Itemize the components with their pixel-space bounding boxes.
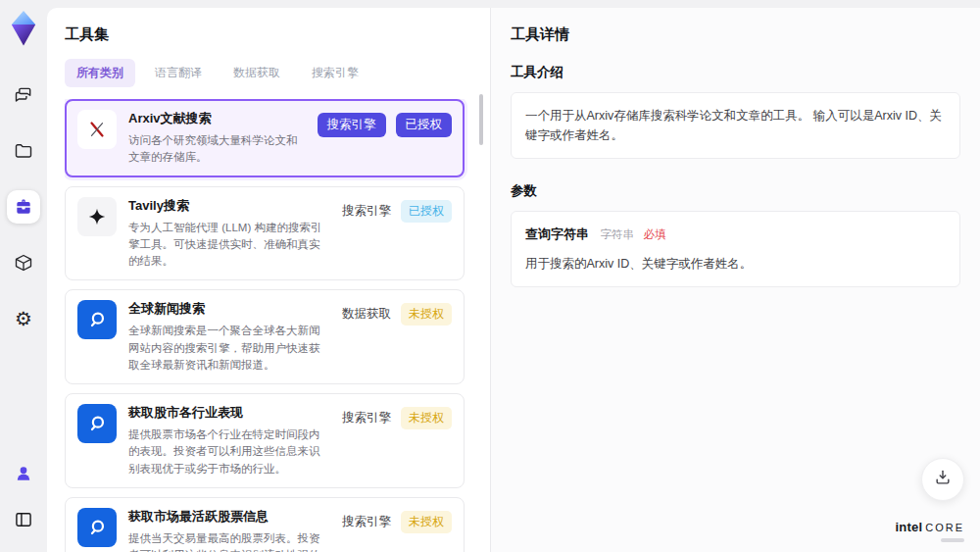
details-title: 工具详情	[511, 25, 960, 44]
tool-card[interactable]: 获取股市各行业表现 提供股票市场各个行业在特定时间段内的表现。投资者可以利用这些…	[65, 393, 465, 488]
category-tab[interactable]: 搜索引擎	[300, 59, 370, 87]
tool-auth-badge: 未授权	[401, 303, 452, 326]
parameter-description: 用于搜索的Arxiv ID、关键字或作者姓名。	[525, 254, 946, 274]
search-blue-icon	[77, 508, 117, 547]
download-button[interactable]	[921, 458, 964, 501]
list-scrollbar[interactable]	[479, 94, 483, 549]
sparkle-icon	[77, 197, 117, 236]
tool-auth-badge: 已授权	[396, 113, 453, 137]
tool-name: Tavily搜索	[128, 197, 330, 215]
tool-auth-badge: 未授权	[401, 511, 452, 533]
cube-icon	[14, 253, 33, 273]
tool-intro-box: 一个用于从Arxiv存储库搜索科学论文和文章的工具。 输入可以是Arxiv ID…	[511, 92, 960, 159]
user-icon	[14, 464, 33, 483]
main-content: 工具集 所有类别语言翻译数据获取搜索引擎 Arxiv文献搜索 访问各个研究领域大…	[47, 8, 980, 552]
category-tab[interactable]: 数据获取	[221, 59, 292, 87]
tool-card[interactable]: Tavily搜索 专为人工智能代理 (LLM) 构建的搜索引擎工具。可快速提供实…	[65, 186, 465, 281]
sidebar-item-packages[interactable]	[7, 246, 40, 279]
tool-auth-badge: 未授权	[401, 407, 452, 429]
intel-core-logo: intelcore	[895, 518, 964, 542]
folder-icon	[14, 141, 33, 161]
search-blue-icon	[77, 404, 117, 443]
tool-category-tag: 搜索引擎	[318, 113, 386, 137]
sidebar-item-chat[interactable]	[7, 78, 40, 112]
sidebar-item-account[interactable]	[7, 457, 40, 490]
tool-description: 提供当天交易量最高的股票列表。投资者可以利用这些信息来识别流动性强的股票和潜在的…	[128, 530, 330, 552]
tool-name: 全球新闻搜索	[128, 300, 330, 318]
tool-name: 获取股市各行业表现	[128, 404, 330, 422]
brand-intel-text: intel	[895, 520, 922, 534]
scrollbar-thumb[interactable]	[479, 94, 483, 145]
sidebar-item-collapse[interactable]	[7, 503, 40, 536]
parameter-header: 查询字符串 字符串 必填	[525, 225, 946, 245]
tool-details-panel: 工具详情 工具介绍 一个用于从Arxiv存储库搜索科学论文和文章的工具。 输入可…	[490, 8, 980, 552]
app-sidebar: ⚙	[0, 0, 47, 552]
tool-description: 访问各个研究领域大量科学论文和文章的存储库。	[128, 132, 306, 167]
tool-category-tag: 搜索引擎	[342, 407, 391, 429]
tool-description: 提供股票市场各个行业在特定时间段内的表现。投资者可以利用这些信息来识别表现优于或…	[128, 427, 330, 477]
sidebar-nav: ⚙	[7, 78, 40, 335]
sidebar-item-tools[interactable]	[7, 190, 40, 224]
parameter-required-flag: 必填	[643, 228, 665, 240]
chat-icon	[14, 85, 33, 105]
tool-category-tag: 搜索引擎	[342, 511, 391, 533]
tool-name: 获取市场最活跃股票信息	[128, 508, 330, 526]
search-blue-icon	[77, 300, 117, 339]
params-heading: 参数	[511, 182, 960, 200]
parameter-name: 查询字符串	[525, 226, 589, 241]
app-logo-icon	[9, 10, 38, 45]
category-tabs: 所有类别语言翻译数据获取搜索引擎	[65, 59, 472, 87]
sidebar-bottom	[7, 457, 40, 536]
tool-name: Arxiv文献搜索	[128, 110, 306, 127]
tool-category-tag: 数据获取	[342, 303, 391, 326]
tool-auth-badge: 已授权	[401, 200, 452, 223]
panel-toggle-icon	[14, 510, 33, 529]
tool-card[interactable]: Arxiv文献搜索 访问各个研究领域大量科学论文和文章的存储库。 搜索引擎 已授…	[65, 99, 465, 177]
tool-card[interactable]: 全球新闻搜索 全球新闻搜索是一个聚合全球各大新闻网站内容的搜索引擎，帮助用户快速…	[65, 289, 465, 384]
tool-category-tag: 搜索引擎	[342, 200, 391, 223]
page-title: 工具集	[65, 25, 472, 44]
gear-icon: ⚙	[15, 309, 32, 328]
brand-ultra-mark	[941, 538, 964, 542]
download-icon	[933, 468, 953, 491]
sidebar-item-settings[interactable]: ⚙	[7, 302, 40, 335]
arxiv-icon	[77, 110, 117, 149]
parameter-type: 字符串	[600, 228, 634, 240]
brand-core-text: core	[925, 522, 964, 533]
tool-list: Arxiv文献搜索 访问各个研究领域大量科学论文和文章的存储库。 搜索引擎 已授…	[65, 99, 472, 552]
category-tab[interactable]: 所有类别	[65, 59, 135, 87]
intro-heading: 工具介绍	[511, 64, 960, 81]
tool-card[interactable]: 获取市场最活跃股票信息 提供当天交易量最高的股票列表。投资者可以利用这些信息来识…	[65, 497, 465, 552]
toolbox-icon	[14, 197, 33, 217]
sidebar-item-files[interactable]	[7, 134, 40, 168]
tool-description: 专为人工智能代理 (LLM) 构建的搜索引擎工具。可快速提供实时、准确和真实的结…	[128, 220, 330, 271]
tools-panel: 工具集 所有类别语言翻译数据获取搜索引擎 Arxiv文献搜索 访问各个研究领域大…	[47, 8, 490, 552]
parameter-item: 查询字符串 字符串 必填 用于搜索的Arxiv ID、关键字或作者姓名。	[511, 211, 960, 287]
tool-description: 全球新闻搜索是一个聚合全球各大新闻网站内容的搜索引擎，帮助用户快速获取全球最新资…	[128, 323, 330, 374]
category-tab[interactable]: 语言翻译	[143, 59, 214, 87]
